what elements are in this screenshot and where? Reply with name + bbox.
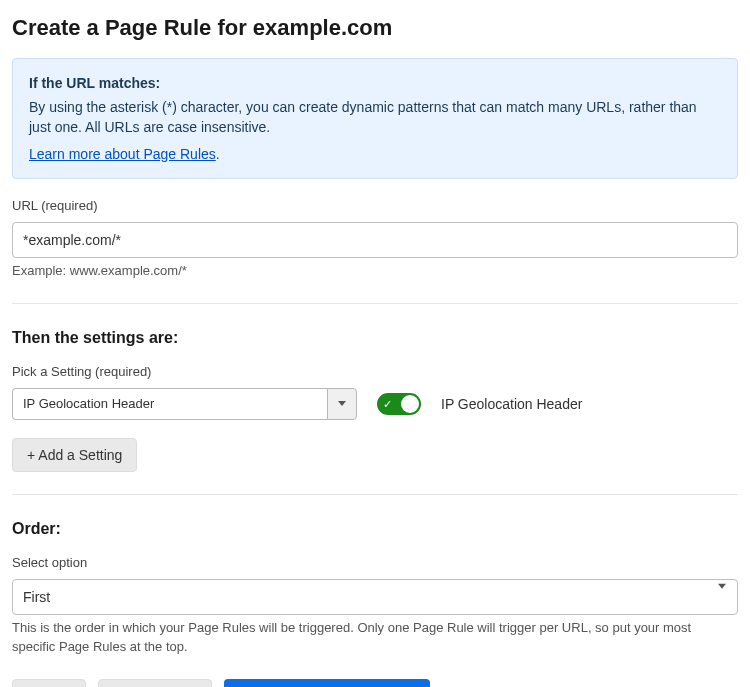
order-label: Select option <box>12 554 738 573</box>
url-label: URL (required) <box>12 197 738 216</box>
settings-heading: Then the settings are: <box>12 326 738 349</box>
divider <box>12 303 738 304</box>
url-helper: Example: www.example.com/* <box>12 262 738 281</box>
add-setting-button[interactable]: + Add a Setting <box>12 438 137 472</box>
setting-toggle[interactable]: ✓ <box>377 393 421 415</box>
setting-select-button[interactable] <box>327 388 357 420</box>
check-icon: ✓ <box>383 398 392 409</box>
divider <box>12 494 738 495</box>
chevron-down-icon <box>338 401 346 406</box>
save-draft-button[interactable]: Save as Draft <box>98 679 213 687</box>
info-link-suffix: . <box>216 146 220 162</box>
setting-toggle-label: IP Geolocation Header <box>441 394 582 414</box>
info-box: If the URL matches: By using the asteris… <box>12 58 738 179</box>
order-select[interactable]: First <box>12 579 738 615</box>
order-helper: This is the order in which your Page Rul… <box>12 619 738 657</box>
pick-setting-label: Pick a Setting (required) <box>12 363 738 382</box>
setting-select[interactable]: IP Geolocation Header <box>12 388 357 420</box>
order-heading: Order: <box>12 517 738 540</box>
footer-buttons: Cancel Save as Draft Save and Deploy Pag… <box>12 679 738 687</box>
info-title: If the URL matches: <box>29 73 721 93</box>
url-input[interactable] <box>12 222 738 258</box>
info-body: By using the asterisk (*) character, you… <box>29 97 721 138</box>
page-title: Create a Page Rule for example.com <box>12 12 738 44</box>
save-deploy-button[interactable]: Save and Deploy Page Rule <box>224 679 430 687</box>
cancel-button[interactable]: Cancel <box>12 679 86 687</box>
learn-more-link[interactable]: Learn more about Page Rules <box>29 146 216 162</box>
toggle-knob <box>401 395 419 413</box>
setting-select-value: IP Geolocation Header <box>12 388 327 420</box>
